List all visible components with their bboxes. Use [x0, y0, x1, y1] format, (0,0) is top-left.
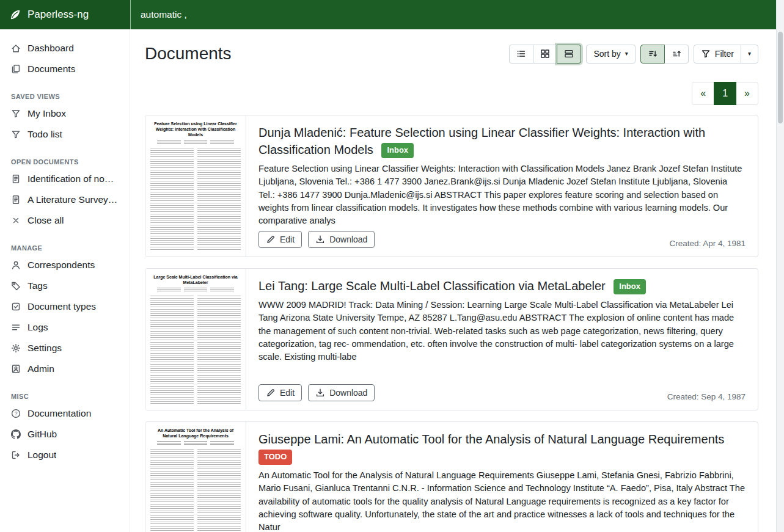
documents-icon: [11, 64, 21, 74]
thumbnail-page: Feature Selection using Linear Classifie…: [150, 121, 241, 251]
document-title[interactable]: Dunja Mladenić: Feature Selection using …: [258, 126, 705, 156]
sidebar-item-github[interactable]: GitHub: [0, 424, 130, 445]
document-list: Feature Selection using Linear Classifie…: [145, 115, 758, 532]
document-thumbnail[interactable]: An Automatic Tool for the Analysis of Na…: [145, 422, 246, 532]
thumbnail-authors: [150, 288, 241, 292]
svg-text:?: ?: [15, 410, 18, 417]
sidebar-item-open-document-2[interactable]: A Literature Survey on ...: [0, 189, 130, 210]
main-content: Documents Sort by ▾: [130, 29, 784, 532]
pagination-next-button[interactable]: »: [736, 82, 758, 105]
gear-icon: [11, 343, 21, 353]
sidebar-item-logout[interactable]: Logout: [0, 445, 130, 465]
pencil-icon: [266, 388, 276, 398]
sidebar-item-tags[interactable]: Tags: [0, 275, 130, 296]
list-icon: [11, 322, 21, 332]
filter-button[interactable]: Filter: [694, 45, 741, 64]
document-actions: Edit Download: [258, 231, 375, 248]
document-title[interactable]: Lei Tang: Large Scale Multi-Label Classi…: [258, 279, 606, 293]
logout-icon: [11, 450, 21, 460]
document-thumbnail[interactable]: Large Scale Multi-Label Classification v…: [145, 269, 246, 410]
sidebar-item-dashboard[interactable]: Dashboard: [0, 38, 130, 59]
sort-ascending-button[interactable]: [664, 45, 689, 64]
thumbnail-page: Large Scale Multi-Label Classification v…: [150, 274, 241, 404]
sidebar-item-label: Identification of non-fu...: [27, 173, 119, 184]
document-card-footer: Edit Download Created: Apr 4, 1981: [258, 231, 746, 248]
sidebar: Dashboard Documents SAVED VIEWS My Inbox…: [0, 29, 130, 532]
grid-view-icon: [540, 49, 550, 59]
person-icon: [11, 260, 21, 270]
brand-home-link[interactable]: Paperless-ng: [0, 0, 130, 29]
sort-descending-button[interactable]: [640, 45, 665, 64]
edit-button[interactable]: Edit: [258, 231, 302, 248]
tag-badge[interactable]: Inbox: [381, 143, 414, 158]
document-card-body: Dunja Mladenić: Feature Selection using …: [246, 115, 758, 257]
check-square-icon: [11, 302, 21, 312]
sidebar-item-todo-list[interactable]: Todo list: [0, 124, 130, 145]
sidebar-item-open-document-1[interactable]: Identification of non-fu...: [0, 169, 130, 189]
document-excerpt: An Automatic Tool for the Analysis of Na…: [258, 469, 746, 532]
thumbnail-text-columns: [150, 148, 241, 251]
pagination: « 1 »: [145, 82, 758, 105]
thumbnail-authors: [150, 140, 241, 144]
edit-button[interactable]: Edit: [258, 384, 302, 401]
sort-direction-group: [640, 45, 689, 64]
github-icon: [11, 429, 21, 439]
sidebar-item-label: Documents: [27, 64, 75, 75]
sidebar-item-label: GitHub: [27, 429, 57, 440]
document-title-link[interactable]: Giuseppe Lami: An Automatic Tool for the…: [258, 431, 746, 465]
documents-toolbar: Sort by ▾ Filter ▾: [509, 45, 758, 64]
funnel-icon: [11, 129, 21, 139]
question-circle-icon: ?: [11, 409, 21, 418]
view-grid-button[interactable]: [533, 45, 557, 64]
funnel-icon: [11, 109, 21, 118]
download-button[interactable]: Download: [308, 231, 375, 248]
sidebar-item-document-types[interactable]: Document types: [0, 296, 130, 317]
document-card-body: Lei Tang: Large Scale Multi-Label Classi…: [246, 269, 758, 410]
pencil-icon: [266, 235, 276, 244]
tag-badge[interactable]: Inbox: [614, 279, 646, 294]
sidebar-item-correspondents[interactable]: Correspondents: [0, 255, 130, 275]
file-text-icon: [11, 195, 21, 205]
thumbnail-title: An Automatic Tool for the Analysis of Na…: [150, 428, 241, 439]
sort-by-label: Sort by: [593, 49, 620, 59]
pagination-prev-button[interactable]: «: [692, 82, 714, 105]
tag-badge[interactable]: TODO: [258, 450, 292, 465]
sort-ascending-icon: [672, 49, 681, 59]
sidebar-item-label: My Inbox: [27, 108, 66, 119]
global-search-input[interactable]: [131, 0, 784, 29]
sidebar-section-misc: MISC: [0, 379, 130, 403]
filter-group: Filter ▾: [694, 45, 758, 64]
filter-dropdown-button[interactable]: ▾: [741, 45, 758, 64]
sidebar-item-admin[interactable]: Admin: [0, 359, 130, 379]
scrollbar[interactable]: [776, 0, 784, 532]
download-button[interactable]: Download: [308, 384, 375, 401]
document-title-link[interactable]: Lei Tang: Large Scale Multi-Label Classi…: [258, 277, 746, 294]
sidebar-item-logs[interactable]: Logs: [0, 317, 130, 338]
sidebar-item-label: Close all: [27, 215, 64, 226]
sidebar-item-documentation[interactable]: ? Documentation: [0, 403, 130, 424]
sidebar-item-close-all[interactable]: Close all: [0, 210, 130, 231]
sidebar-item-settings[interactable]: Settings: [0, 338, 130, 359]
filter-label: Filter: [715, 49, 734, 59]
sidebar-item-label: Logs: [27, 322, 48, 333]
sidebar-item-my-inbox[interactable]: My Inbox: [0, 103, 130, 124]
scrollbar-thumb[interactable]: [778, 32, 783, 123]
view-details-button[interactable]: [557, 45, 581, 64]
sort-descending-icon: [648, 49, 658, 59]
pagination-page-1[interactable]: 1: [714, 82, 736, 105]
edit-label: Edit: [280, 388, 295, 398]
sort-by-button[interactable]: Sort by ▾: [586, 45, 635, 64]
document-title-link[interactable]: Dunja Mladenić: Feature Selection using …: [258, 124, 746, 158]
sidebar-item-label: Admin: [27, 363, 54, 374]
download-label: Download: [329, 388, 367, 398]
thumbnail-authors: [150, 441, 241, 445]
tag-icon: [11, 281, 21, 291]
sidebar-item-documents[interactable]: Documents: [0, 59, 130, 79]
sidebar-item-label: Tags: [27, 280, 48, 291]
file-text-icon: [11, 174, 21, 184]
view-table-button[interactable]: [509, 45, 533, 64]
thumbnail-page: An Automatic Tool for the Analysis of Na…: [150, 428, 241, 532]
document-title[interactable]: Giuseppe Lami: An Automatic Tool for the…: [258, 432, 724, 446]
thumbnail-title: Large Scale Multi-Label Classification v…: [150, 274, 241, 285]
document-thumbnail[interactable]: Feature Selection using Linear Classifie…: [145, 115, 246, 257]
